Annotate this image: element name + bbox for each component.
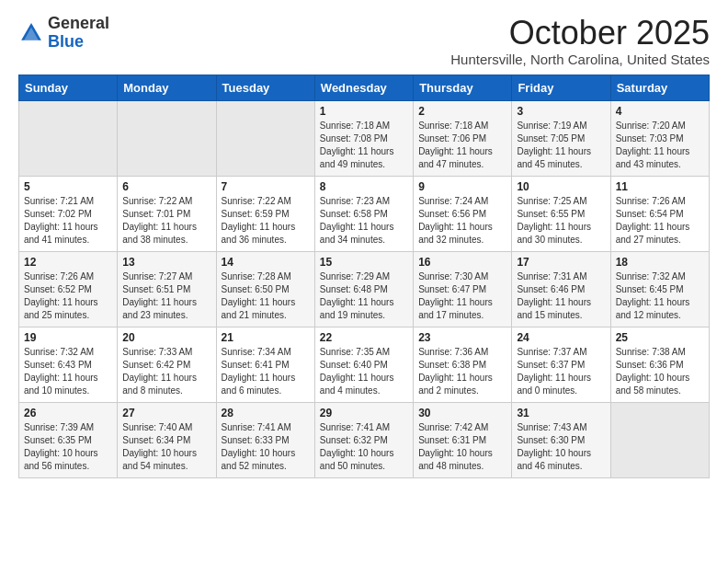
day-info: Sunrise: 7:42 AM Sunset: 6:31 PM Dayligh… — [418, 421, 506, 473]
day-info: Sunrise: 7:18 AM Sunset: 7:08 PM Dayligh… — [320, 120, 408, 171]
day-cell: 20Sunrise: 7:33 AM Sunset: 6:42 PM Dayli… — [118, 327, 216, 402]
col-monday: Monday — [118, 75, 216, 100]
day-info: Sunrise: 7:26 AM Sunset: 6:54 PM Dayligh… — [616, 195, 704, 247]
day-number: 15 — [320, 256, 408, 269]
day-info: Sunrise: 7:20 AM Sunset: 7:03 PM Dayligh… — [616, 120, 704, 171]
day-cell: 29Sunrise: 7:41 AM Sunset: 6:32 PM Dayli… — [314, 402, 413, 477]
day-number: 11 — [616, 180, 704, 193]
day-number: 3 — [517, 105, 605, 118]
day-number: 13 — [122, 256, 210, 269]
day-cell: 5Sunrise: 7:21 AM Sunset: 7:02 PM Daylig… — [19, 176, 118, 251]
day-info: Sunrise: 7:41 AM Sunset: 6:32 PM Dayligh… — [320, 421, 408, 473]
col-thursday: Thursday — [414, 75, 512, 100]
day-cell: 11Sunrise: 7:26 AM Sunset: 6:54 PM Dayli… — [610, 176, 709, 251]
day-number: 25 — [616, 331, 704, 344]
day-info: Sunrise: 7:31 AM Sunset: 6:46 PM Dayligh… — [517, 270, 605, 322]
day-number: 8 — [320, 180, 408, 193]
logo-blue: Blue — [48, 32, 84, 51]
day-info: Sunrise: 7:22 AM Sunset: 6:59 PM Dayligh… — [222, 195, 310, 247]
day-cell: 2Sunrise: 7:18 AM Sunset: 7:06 PM Daylig… — [414, 100, 512, 176]
day-number: 18 — [616, 256, 704, 269]
calendar-table: Sunday Monday Tuesday Wednesday Thursday… — [18, 75, 710, 478]
day-cell: 14Sunrise: 7:28 AM Sunset: 6:50 PM Dayli… — [216, 251, 314, 327]
day-cell: 31Sunrise: 7:43 AM Sunset: 6:30 PM Dayli… — [512, 402, 610, 477]
day-number: 29 — [320, 407, 408, 419]
week-row-1: 5Sunrise: 7:21 AM Sunset: 7:02 PM Daylig… — [19, 176, 710, 251]
day-info: Sunrise: 7:34 AM Sunset: 6:41 PM Dayligh… — [222, 346, 310, 397]
col-sunday: Sunday — [19, 75, 118, 100]
day-cell: 13Sunrise: 7:27 AM Sunset: 6:51 PM Dayli… — [118, 251, 216, 327]
day-info: Sunrise: 7:24 AM Sunset: 6:56 PM Dayligh… — [418, 195, 506, 247]
day-info: Sunrise: 7:38 AM Sunset: 6:36 PM Dayligh… — [616, 346, 704, 397]
week-row-4: 26Sunrise: 7:39 AM Sunset: 6:35 PM Dayli… — [19, 402, 710, 477]
day-info: Sunrise: 7:26 AM Sunset: 6:52 PM Dayligh… — [24, 270, 112, 322]
day-number: 26 — [24, 407, 112, 419]
day-info: Sunrise: 7:22 AM Sunset: 7:01 PM Dayligh… — [122, 195, 210, 247]
day-number: 30 — [418, 407, 506, 419]
day-number: 31 — [517, 407, 605, 419]
day-number: 16 — [418, 256, 506, 269]
day-number: 4 — [616, 105, 704, 118]
day-number: 28 — [222, 407, 310, 419]
day-number: 9 — [418, 180, 506, 193]
day-number: 7 — [222, 180, 310, 193]
day-cell: 27Sunrise: 7:40 AM Sunset: 6:34 PM Dayli… — [118, 402, 216, 477]
day-cell: 7Sunrise: 7:22 AM Sunset: 6:59 PM Daylig… — [216, 176, 314, 251]
day-cell — [610, 402, 709, 477]
day-info: Sunrise: 7:23 AM Sunset: 6:58 PM Dayligh… — [320, 195, 408, 247]
logo-icon — [18, 20, 44, 46]
day-number: 17 — [517, 256, 605, 269]
day-cell: 23Sunrise: 7:36 AM Sunset: 6:38 PM Dayli… — [414, 327, 512, 402]
header: General Blue October 2025 Huntersville, … — [18, 15, 710, 67]
day-cell: 16Sunrise: 7:30 AM Sunset: 6:47 PM Dayli… — [414, 251, 512, 327]
day-number: 14 — [222, 256, 310, 269]
day-info: Sunrise: 7:18 AM Sunset: 7:06 PM Dayligh… — [418, 120, 506, 171]
day-cell: 25Sunrise: 7:38 AM Sunset: 6:36 PM Dayli… — [610, 327, 709, 402]
day-number: 6 — [122, 180, 210, 193]
day-number: 20 — [122, 331, 210, 344]
day-info: Sunrise: 7:25 AM Sunset: 6:55 PM Dayligh… — [517, 195, 605, 247]
day-cell: 15Sunrise: 7:29 AM Sunset: 6:48 PM Dayli… — [314, 251, 413, 327]
day-cell: 8Sunrise: 7:23 AM Sunset: 6:58 PM Daylig… — [314, 176, 413, 251]
day-cell: 17Sunrise: 7:31 AM Sunset: 6:46 PM Dayli… — [512, 251, 610, 327]
page: General Blue October 2025 Huntersville, … — [0, 0, 728, 488]
day-cell: 9Sunrise: 7:24 AM Sunset: 6:56 PM Daylig… — [414, 176, 512, 251]
day-number: 22 — [320, 331, 408, 344]
month-title: October 2025 — [450, 15, 710, 52]
day-cell: 19Sunrise: 7:32 AM Sunset: 6:43 PM Dayli… — [19, 327, 118, 402]
day-info: Sunrise: 7:28 AM Sunset: 6:50 PM Dayligh… — [222, 270, 310, 322]
week-row-0: 1Sunrise: 7:18 AM Sunset: 7:08 PM Daylig… — [19, 100, 710, 176]
day-info: Sunrise: 7:39 AM Sunset: 6:35 PM Dayligh… — [24, 421, 112, 473]
day-cell: 18Sunrise: 7:32 AM Sunset: 6:45 PM Dayli… — [610, 251, 709, 327]
day-cell: 3Sunrise: 7:19 AM Sunset: 7:05 PM Daylig… — [512, 100, 610, 176]
header-row: Sunday Monday Tuesday Wednesday Thursday… — [19, 75, 710, 100]
day-cell: 22Sunrise: 7:35 AM Sunset: 6:40 PM Dayli… — [314, 327, 413, 402]
day-cell: 21Sunrise: 7:34 AM Sunset: 6:41 PM Dayli… — [216, 327, 314, 402]
day-cell: 28Sunrise: 7:41 AM Sunset: 6:33 PM Dayli… — [216, 402, 314, 477]
day-info: Sunrise: 7:41 AM Sunset: 6:33 PM Dayligh… — [222, 421, 310, 473]
title-block: October 2025 Huntersville, North Carolin… — [450, 15, 710, 67]
day-number: 10 — [517, 180, 605, 193]
day-number: 27 — [122, 407, 210, 419]
day-cell: 26Sunrise: 7:39 AM Sunset: 6:35 PM Dayli… — [19, 402, 118, 477]
day-number: 12 — [24, 256, 112, 269]
week-row-2: 12Sunrise: 7:26 AM Sunset: 6:52 PM Dayli… — [19, 251, 710, 327]
logo-text: General Blue — [48, 15, 109, 52]
day-number: 24 — [517, 331, 605, 344]
day-cell — [118, 100, 216, 176]
col-tuesday: Tuesday — [216, 75, 314, 100]
logo: General Blue — [18, 15, 109, 52]
logo-general: General — [48, 14, 109, 32]
week-row-3: 19Sunrise: 7:32 AM Sunset: 6:43 PM Dayli… — [19, 327, 710, 402]
day-number: 19 — [24, 331, 112, 344]
location: Huntersville, North Carolina, United Sta… — [450, 52, 710, 67]
day-info: Sunrise: 7:19 AM Sunset: 7:05 PM Dayligh… — [517, 120, 605, 171]
col-saturday: Saturday — [610, 75, 709, 100]
day-cell: 1Sunrise: 7:18 AM Sunset: 7:08 PM Daylig… — [314, 100, 413, 176]
day-info: Sunrise: 7:30 AM Sunset: 6:47 PM Dayligh… — [418, 270, 506, 322]
day-number: 1 — [320, 105, 408, 118]
day-info: Sunrise: 7:35 AM Sunset: 6:40 PM Dayligh… — [320, 346, 408, 397]
day-cell: 24Sunrise: 7:37 AM Sunset: 6:37 PM Dayli… — [512, 327, 610, 402]
day-info: Sunrise: 7:32 AM Sunset: 6:43 PM Dayligh… — [24, 346, 112, 397]
day-info: Sunrise: 7:36 AM Sunset: 6:38 PM Dayligh… — [418, 346, 506, 397]
